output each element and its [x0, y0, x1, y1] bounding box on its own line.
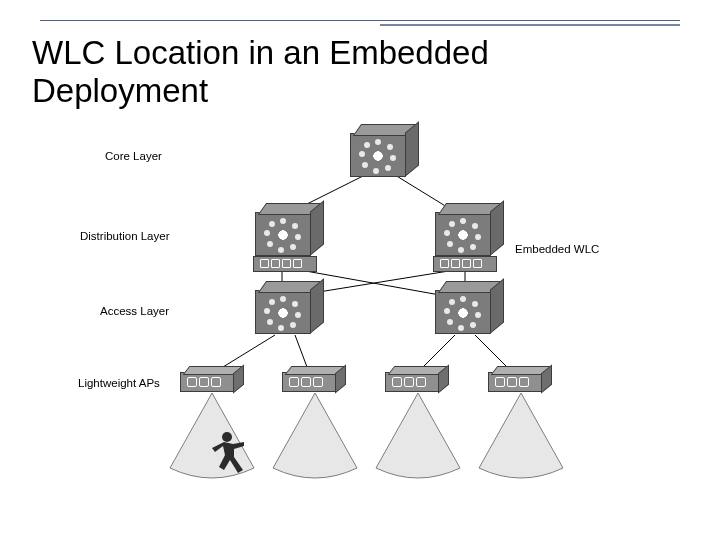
- title-line-1: WLC Location in an Embedded: [32, 34, 489, 71]
- decor-rule-thin: [40, 20, 680, 21]
- core-switch: [350, 133, 406, 177]
- label-core: Core Layer: [105, 150, 162, 162]
- access-switch-1: [255, 290, 311, 334]
- l3-switch-icon: [435, 290, 491, 334]
- wifi-coverage-cone: [471, 390, 563, 470]
- l3-switch-icon: [350, 133, 406, 177]
- access-point-icon: [488, 372, 542, 392]
- ap-2: [282, 372, 336, 392]
- dist-switch-1: [255, 212, 311, 256]
- wifi-coverage-cone: [265, 390, 357, 470]
- label-embedded-wlc: Embedded WLC: [515, 243, 599, 255]
- label-access: Access Layer: [100, 305, 169, 317]
- embedded-wlc-module-icon: [253, 256, 317, 272]
- ap-4: [488, 372, 542, 392]
- slide-title: WLC Location in an Embedded Deployment: [32, 34, 672, 110]
- access-point-icon: [282, 372, 336, 392]
- wifi-coverage-cone: [368, 390, 460, 470]
- network-diagram: Core Layer Distribution Layer Access Lay…: [60, 130, 660, 520]
- end-user-icon: [210, 430, 250, 478]
- l3-switch-icon: [435, 212, 491, 256]
- label-distribution: Distribution Layer: [80, 230, 169, 242]
- l3-switch-icon: [255, 290, 311, 334]
- title-line-2: Deployment: [32, 72, 672, 110]
- slide: WLC Location in an Embedded Deployment: [0, 0, 720, 540]
- embedded-wlc-module-icon: [433, 256, 497, 272]
- decor-rule-thick: [380, 16, 680, 26]
- label-aps: Lightweight APs: [78, 377, 160, 389]
- access-switch-2: [435, 290, 491, 334]
- access-point-icon: [385, 372, 439, 392]
- access-point-icon: [180, 372, 234, 392]
- ap-3: [385, 372, 439, 392]
- svg-point-10: [222, 432, 232, 442]
- ap-1: [180, 372, 234, 392]
- l3-switch-icon: [255, 212, 311, 256]
- dist-switch-2: [435, 212, 491, 256]
